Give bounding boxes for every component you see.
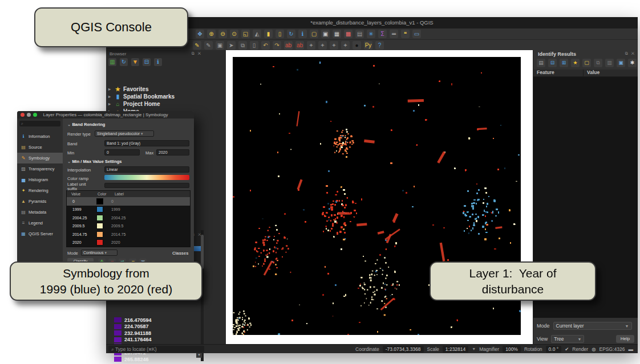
dialog-search-input[interactable]: ⌕: [19, 121, 60, 126]
identify-float-close-icons[interactable]: ⧉ ✕: [625, 51, 635, 56]
coordinate-value[interactable]: -73.0734,3.3368: [383, 346, 424, 353]
refresh-icon[interactable]: ↻: [120, 58, 128, 66]
new-bookmark-icon[interactable]: ▮: [264, 30, 273, 38]
tab-source[interactable]: ▤ Source: [17, 142, 63, 153]
label-unit-suffix-input[interactable]: [104, 183, 189, 188]
toggle-editing-icon[interactable]: ✎: [204, 41, 213, 50]
osm-place-search-icon[interactable]: ●: [353, 41, 361, 50]
refresh-map-icon[interactable]: ↻: [287, 30, 295, 38]
tab-information[interactable]: ℹ Information: [17, 131, 63, 142]
collapse-all-icon[interactable]: ⊟: [143, 58, 151, 66]
close-window-button[interactable]: [21, 113, 25, 117]
zoom-out-icon[interactable]: ⊖: [218, 30, 227, 38]
label-red-badge-icon[interactable]: ab: [284, 41, 293, 50]
color-table-row[interactable]: 2020 2020: [67, 239, 190, 247]
field-calculator-icon[interactable]: ▩: [344, 30, 353, 38]
redo-icon[interactable]: ↷: [273, 41, 281, 50]
pan-icon[interactable]: ✥: [196, 30, 204, 38]
clear-results-icon[interactable]: ▢: [582, 59, 591, 67]
print-response-icon[interactable]: ▥: [605, 59, 614, 67]
layer-labeling-2-icon[interactable]: ✦: [318, 41, 327, 50]
minimize-window-button[interactable]: [27, 113, 31, 117]
locate-search-input[interactable]: ⌕ Type to locate (⌘K): [108, 346, 204, 353]
undo-icon[interactable]: ↶: [261, 41, 270, 50]
favorites[interactable]: ▸ ★ Favorites: [108, 85, 205, 93]
help-button[interactable]: Help: [616, 335, 634, 343]
python-console-icon[interactable]: Py: [364, 41, 372, 50]
value-column-header[interactable]: Value: [584, 69, 600, 76]
expander-icon[interactable]: ▸: [108, 94, 112, 99]
select-features-icon[interactable]: ▢: [310, 30, 318, 38]
move-feature-icon[interactable]: ➤: [227, 41, 236, 50]
crs-value[interactable]: EPSG:4326: [600, 346, 625, 352]
zoom-full-icon[interactable]: ◱: [241, 30, 250, 38]
show-bookmarks-icon[interactable]: ▯: [276, 30, 284, 38]
zoom-in-icon[interactable]: ⊕: [207, 30, 216, 38]
class-color-swatch[interactable]: [96, 223, 103, 229]
tab-metadata[interactable]: ▤ Metadata: [17, 207, 63, 218]
expand-tree-icon[interactable]: ▤: [537, 59, 545, 67]
max-input[interactable]: 2020: [156, 149, 189, 156]
minmax-settings-section[interactable]: ⌄ Min / Max Value Settings: [67, 159, 121, 164]
expander-icon[interactable]: ▸: [108, 101, 112, 107]
class-color-swatch[interactable]: [96, 239, 103, 246]
log-messages-icon[interactable]: ▬: [629, 346, 634, 352]
expander-icon[interactable]: ▸: [108, 87, 112, 92]
class-color-swatch[interactable]: [96, 198, 103, 205]
identify-features-icon[interactable]: ℹ: [298, 30, 307, 38]
processing-toolbox-icon[interactable]: ✳: [367, 30, 375, 38]
color-table-row[interactable]: 2014.75 2014.75: [67, 230, 190, 239]
copy-feature-icon[interactable]: ⧉: [594, 59, 602, 67]
feature-column-header[interactable]: Feature: [533, 69, 584, 76]
copy-feature-icon[interactable]: ⧉: [238, 41, 247, 50]
color-ramp-bar[interactable]: [104, 175, 189, 180]
attribute-table-icon[interactable]: ▦: [333, 30, 341, 38]
layout-manager-icon[interactable]: ▤: [355, 30, 364, 38]
expand-new-results-icon[interactable]: ⊞: [560, 59, 568, 67]
band-select[interactable]: Band 1: yod (Gray): [104, 140, 189, 146]
class-color-swatch[interactable]: [96, 231, 103, 238]
render-checkbox[interactable]: ✔: [565, 346, 569, 352]
tab-transparency[interactable]: ▨ Transparency: [17, 163, 63, 174]
interpolation-select[interactable]: Linear: [104, 166, 189, 173]
layer-labeling-icon[interactable]: ✦: [307, 41, 315, 50]
zoom-to-selection-icon[interactable]: ◭: [253, 30, 261, 38]
highlight-feature-icon[interactable]: ★: [571, 59, 580, 67]
color-table-row[interactable]: 1999 1999: [67, 206, 190, 214]
statistics-icon[interactable]: Σ: [378, 30, 387, 38]
zoom-window-button[interactable]: [33, 113, 37, 117]
collapse-tree-icon[interactable]: ⊟: [548, 59, 557, 67]
map-tips-icon[interactable]: ❝: [401, 30, 410, 38]
color-table-row[interactable]: 2009.5 2009.5: [67, 222, 190, 231]
color-table-row[interactable]: 2004.25 2004.25: [67, 214, 190, 222]
view-select[interactable]: Tree▼: [551, 335, 584, 343]
magnifier-value[interactable]: 100%: [503, 346, 521, 353]
add-selected-layers-icon[interactable]: ▥: [108, 58, 116, 66]
save-edits-icon[interactable]: ▣: [216, 41, 224, 50]
rotation-value[interactable]: 0.0 °: [546, 346, 562, 353]
layer-diagram-2-icon[interactable]: ✦: [341, 41, 350, 50]
deselect-features-icon[interactable]: ▣: [321, 30, 330, 38]
render-type-select[interactable]: Singleband pseudocolor ▾: [95, 130, 154, 137]
measure-icon[interactable]: ═: [390, 30, 398, 38]
spatial-bookmarks[interactable]: ▸ ▮ Spatial Bookmarks: [108, 93, 205, 100]
mode-select[interactable]: Current layer▼: [553, 322, 632, 330]
properties-widget-icon[interactable]: ℹ: [154, 58, 162, 66]
tab-qgis-server[interactable]: ▦ QGIS Server: [17, 228, 63, 239]
layer-diagram-icon[interactable]: ✦: [330, 41, 338, 50]
tab-pyramids[interactable]: ▲ Pyramids: [17, 196, 63, 207]
band-rendering-section[interactable]: ⌄ Band Rendering: [67, 122, 105, 127]
help-icon[interactable]: ?: [375, 41, 384, 50]
identify-tool-icon[interactable]: ✱: [628, 59, 637, 67]
chevron-down-icon[interactable]: ▼: [472, 347, 476, 351]
tab-legend[interactable]: ≡ Legend: [17, 218, 63, 228]
current-edits-icon[interactable]: ✎: [193, 41, 201, 50]
paste-feature-icon[interactable]: ▯: [250, 41, 258, 50]
filter-browser-icon[interactable]: ▼: [131, 58, 139, 66]
color-table-row[interactable]: 0 0: [67, 197, 190, 206]
dialog-titlebar[interactable]: Layer Properties — colombia_distmap_rect…: [17, 111, 194, 118]
identify-settings-icon[interactable]: ▣: [617, 59, 625, 67]
mode-select[interactable]: Continuous ▾: [81, 250, 118, 256]
project-home[interactable]: ▸ ⌂ Project Home: [108, 100, 205, 108]
zoom-native-icon[interactable]: ⊙: [230, 30, 238, 38]
